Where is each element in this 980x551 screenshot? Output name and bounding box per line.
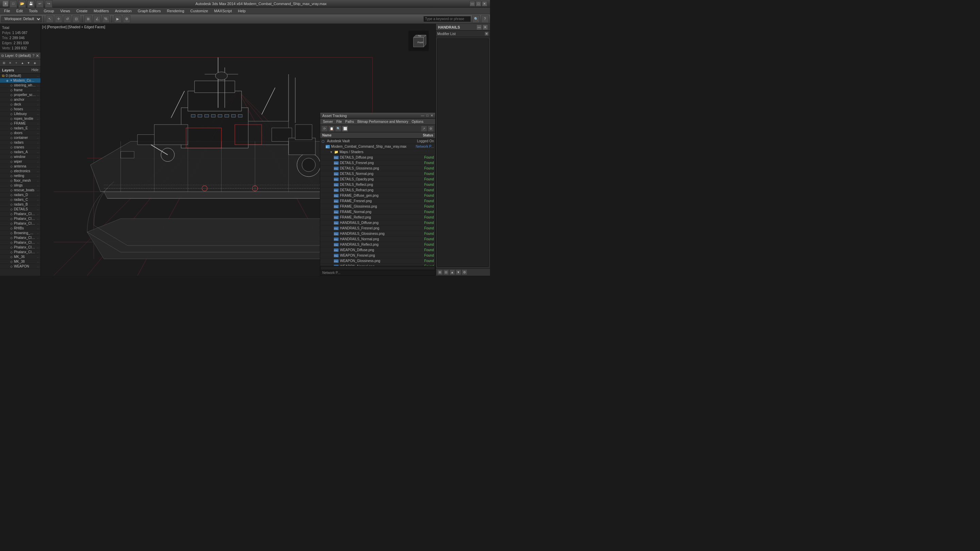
asset-row[interactable]: PNGDETAILS_Reflect.pngFound — [320, 182, 435, 188]
layer-item[interactable]: ◇rescue_boats... — [0, 188, 40, 193]
new-button[interactable]: □ — [10, 0, 17, 8]
angle-snap[interactable]: ∠ — [93, 15, 101, 23]
layer-item-options[interactable]: ... — [37, 217, 39, 220]
layer-panel-help[interactable]: ? — [32, 54, 34, 57]
layer-item-options[interactable]: ... — [37, 127, 39, 130]
asset-row[interactable]: PNGFRAME_Reflect.pngFound — [320, 215, 435, 220]
menu-graph-editors[interactable]: Graph Editors — [135, 8, 164, 14]
layer-item[interactable]: ◇window... — [0, 154, 40, 159]
layer-item-options[interactable]: ... — [37, 74, 39, 77]
layer-item[interactable]: ◇container... — [0, 135, 40, 140]
view-cube[interactable]: Front Top — [408, 30, 429, 51]
asset-row[interactable]: PNGHANDRAILS_Glossiness.pngFound — [320, 231, 435, 237]
asset-tool-6[interactable]: ⚙ — [428, 126, 434, 132]
hide-button[interactable]: Hide — [31, 68, 38, 72]
layer-item[interactable]: ◇radars... — [0, 140, 40, 145]
layer-item[interactable]: ◇Phalanx_CIWS_Base_bottom_fron... — [0, 245, 40, 250]
layer-item[interactable]: ◇ropes_textile... — [0, 116, 40, 121]
layer-new[interactable]: ⊞ — [2, 60, 7, 66]
layer-item-options[interactable]: ... — [37, 122, 39, 125]
asset-minimize[interactable]: — — [421, 114, 424, 118]
maximize-button[interactable]: □ — [476, 1, 481, 6]
save-button[interactable]: 💾 — [27, 0, 35, 8]
layer-item[interactable]: ◇slings... — [0, 183, 40, 188]
layer-item[interactable]: ◇radars_D... — [0, 193, 40, 197]
asset-tool-2[interactable]: 📋 — [328, 126, 334, 132]
layer-item[interactable]: ◇hoses... — [0, 107, 40, 111]
asset-menu-paths[interactable]: Paths — [344, 120, 356, 124]
layer-item-options[interactable]: ... — [37, 131, 39, 134]
layer-item-options[interactable]: ... — [37, 222, 39, 225]
layer-item[interactable]: ◇Phalanx_CIWS_Base_turret_front... — [0, 240, 40, 245]
layer-item-options[interactable]: ... — [37, 89, 39, 92]
layer-item-options[interactable]: ... — [37, 246, 39, 249]
asset-close[interactable]: ✕ — [430, 114, 433, 118]
layer-item-options[interactable]: ... — [37, 141, 39, 144]
layer-item[interactable]: ◇anchor... — [0, 97, 40, 102]
asset-row[interactable]: PNGWEAPON_Fresnel.pngFound — [320, 253, 435, 258]
layer-item[interactable]: ◇wiper... — [0, 159, 40, 164]
layer-item[interactable]: ◇Phalanx_CIWS_Base_turret_back... — [0, 217, 40, 221]
layer-item[interactable]: ◇doors... — [0, 131, 40, 135]
layer-item-options[interactable]: ... — [37, 188, 39, 192]
select-tool[interactable]: ↖ — [46, 15, 53, 23]
percent-snap[interactable]: % — [102, 15, 110, 23]
asset-row[interactable]: ⬡Autodesk VaultLogged On — [320, 139, 435, 144]
layer-item[interactable]: ◇antenna... — [0, 164, 40, 169]
layer-item[interactable]: ◇RHIBs... — [0, 226, 40, 231]
layer-item-options[interactable]: ... — [37, 208, 39, 211]
layer-item-options[interactable]: ... — [37, 136, 39, 139]
rp-btn4[interactable]: ▼ — [456, 269, 461, 275]
menu-file[interactable]: File — [2, 8, 13, 14]
asset-row[interactable]: PNGWEAPON_Diffuse.pngFound — [320, 247, 435, 253]
menu-views[interactable]: Views — [57, 8, 73, 14]
layer-item[interactable]: ◇FRAME... — [0, 121, 40, 126]
layer-item[interactable]: ◇steering_wheel... — [0, 83, 40, 88]
layer-item-options[interactable]: ... — [37, 79, 39, 82]
handrails-minimize[interactable]: — — [476, 24, 482, 30]
rp-btn5[interactable]: ⚙ — [462, 269, 467, 275]
layer-item-options[interactable]: ... — [37, 84, 39, 87]
render-button[interactable]: ▶ — [114, 15, 121, 23]
rotate-tool[interactable]: ↺ — [64, 15, 71, 23]
layer-item-options[interactable]: ... — [37, 108, 39, 111]
asset-tool-1[interactable]: ⟳ — [321, 126, 328, 132]
menu-animation[interactable]: Animation — [112, 8, 134, 14]
menu-customize[interactable]: Customize — [188, 8, 211, 14]
asset-menu-options[interactable]: Options — [410, 120, 425, 124]
layer-select[interactable]: ◈ — [32, 60, 37, 66]
layers-list[interactable]: ⧉0 (default)...◈▼Modern_Combat_Command_S… — [0, 73, 40, 276]
asset-tool-4[interactable]: ⬜ — [342, 126, 348, 132]
layer-item-options[interactable]: ... — [37, 117, 39, 120]
layer-item[interactable]: ◇MK_38... — [0, 260, 40, 264]
asset-row[interactable]: PNGDETAILS_Fresnel.pngFound — [320, 160, 435, 166]
layer-item[interactable]: ◇netting... — [0, 174, 40, 178]
menu-edit[interactable]: Edit — [14, 8, 25, 14]
menu-group[interactable]: Group — [41, 8, 57, 14]
layer-item-options[interactable]: ... — [37, 260, 39, 263]
help-button[interactable]: ? — [481, 15, 488, 23]
layer-item-options[interactable]: ... — [37, 231, 39, 234]
scale-tool[interactable]: ⊡ — [73, 15, 80, 23]
close-button[interactable]: ✕ — [482, 1, 487, 6]
layer-item[interactable]: ◇propeller_screw... — [0, 92, 40, 97]
open-button[interactable]: 📂 — [18, 0, 26, 8]
layer-item[interactable]: ◇Phalanx_CIWS_turret_front... — [0, 236, 40, 240]
asset-row[interactable]: ▼📁Maps / Shaders — [320, 150, 435, 155]
layer-item[interactable]: ◇Phalanx_CIWS_Base_bottom_back... — [0, 212, 40, 217]
asset-row[interactable]: PNGFRAME_Normal.pngFound — [320, 209, 435, 215]
rp-btn1[interactable]: ⊞ — [437, 269, 443, 275]
layer-item-options[interactable]: ... — [37, 174, 39, 177]
asset-row[interactable]: PNGDETAILS_Glossiness.pngFound — [320, 166, 435, 171]
layer-item-options[interactable]: ... — [37, 236, 39, 239]
rp-btn2[interactable]: ⊟ — [443, 269, 449, 275]
layer-item-options[interactable]: ... — [37, 203, 39, 206]
modifier-dropdown[interactable]: ▼ — [485, 32, 488, 36]
layer-item-options[interactable]: ... — [37, 265, 39, 268]
layer-item[interactable]: ◇radars_E... — [0, 126, 40, 131]
rp-btn3[interactable]: ▲ — [450, 269, 455, 275]
layer-item[interactable]: ◇DETAILS... — [0, 207, 40, 212]
search-button[interactable]: 🔍 — [472, 15, 480, 23]
layer-item-options[interactable]: ... — [37, 241, 39, 244]
layer-item[interactable]: ◇MK_36... — [0, 255, 40, 260]
